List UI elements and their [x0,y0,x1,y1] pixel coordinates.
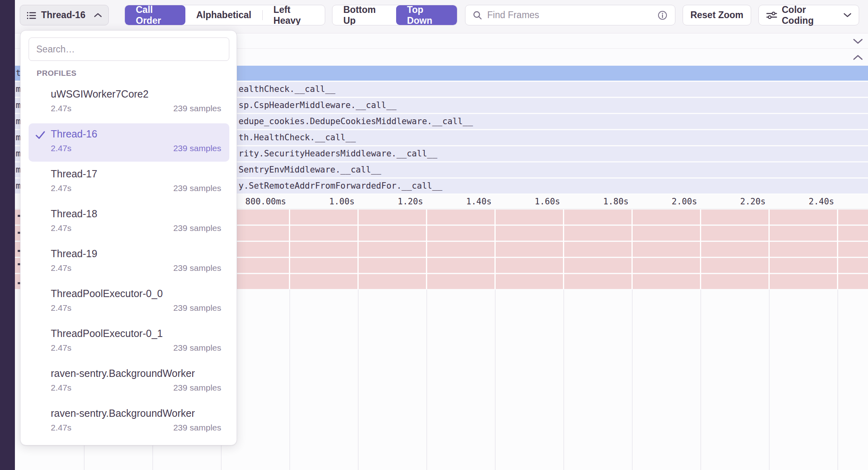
axis-tick-label: 1.40s [427,195,492,209]
sort-order-control: Call OrderAlphabeticalLeft Heavy [125,5,325,25]
profile-item-threadpoolexecutor-0-0[interactable]: ThreadPoolExecutor-0_02.47s239 samples [29,283,229,321]
profile-name: raven-sentry.BackgroundWorker [51,408,195,419]
profile-duration: 2.47s [51,423,71,433]
profile-sample-count: 239 samples [173,343,221,353]
frame-label: th.HealthCheck.__call__ [239,130,356,145]
profile-item-raven-sentry-backgroundworker[interactable]: raven-sentry.BackgroundWorker2.47s239 sa… [29,363,229,401]
gridline-over-rows [837,209,838,289]
frame-label: SentryEnvMiddleware.__call__ [239,162,381,177]
profile-sample-count: 239 samples [173,303,221,313]
axis-tick-label: 1.80s [564,195,629,209]
profile-name: Thread-18 [51,208,97,220]
profile-item-thread-19[interactable]: Thread-192.47s239 samples [29,243,229,281]
gridline [426,289,427,470]
checkmark-icon [35,130,46,140]
gridline-over-rows [426,209,427,289]
profile-name: Thread-17 [51,168,97,180]
profile-name: Thread-19 [51,248,97,260]
reset-zoom-button[interactable]: Reset Zoom [683,5,751,25]
color-coding-label: Color Coding [782,4,839,26]
gridline [700,289,701,470]
profile-sample-count: 239 samples [173,183,221,193]
frame-label: sp.CspHeaderMiddleware.__call__ [239,98,397,113]
profile-name: ThreadPoolExecutor-0_0 [51,288,163,299]
profile-item-thread-16[interactable]: Thread-162.47s239 samples [29,123,229,162]
profile-sample-count: 239 samples [173,104,221,113]
chevron-down-icon [843,12,851,18]
profile-item-thread-18[interactable]: Thread-182.47s239 samples [29,203,229,241]
profile-item-threadpoolexecutor-0-1[interactable]: ThreadPoolExecutor-0_12.47s239 samples [29,323,229,361]
seg-option-alphabetical[interactable]: Alphabetical [185,5,262,25]
seg-option-call-order[interactable]: Call Order [125,5,185,25]
seg-option-left-heavy[interactable]: Left Heavy [263,5,325,25]
frame-label: y.SetRemoteAddrFromForwardedFor.__call__ [239,179,442,193]
search-icon [473,10,482,20]
profile-sample-count: 239 samples [173,383,221,393]
profile-item-uwsgiworker7core2[interactable]: uWSGIWorker7Core22.47s239 samples [29,83,229,122]
profile-duration: 2.47s [51,383,71,393]
gridline-over-rows [700,209,701,289]
axis-tick-label: 2.40s [770,195,834,209]
color-coding-button[interactable]: Color Coding [758,5,859,25]
gridline [563,289,564,470]
find-frames-input[interactable] [487,10,652,21]
gridline-over-rows [357,209,359,289]
profile-sample-count: 239 samples [173,143,221,153]
profile-duration: 2.47s [51,343,71,353]
thread-selector-button[interactable]: Thread-16 [20,5,109,25]
frame-label: ealthCheck.__call__ [239,82,335,97]
profile-name: raven-sentry.BackgroundWorker [51,368,195,379]
profile-sample-count: 239 samples [173,263,221,273]
profile-duration: 2.47s [51,303,71,313]
axis-tick-label: 1.60s [496,195,560,209]
chevron-up-icon [94,12,102,18]
profile-selector-dropdown: PROFILES uWSGIWorker7Core22.47s239 sampl… [20,30,237,445]
gridline [632,289,633,470]
profiling-toolbar: Thread-16 Call OrderAlphabeticalLeft Hea… [15,0,868,33]
profile-duration: 2.47s [51,143,71,153]
axis-tick-label: 1.20s [359,195,423,209]
gridline [289,289,290,470]
profile-duration: 2.47s [51,263,71,273]
profile-name: Thread-16 [51,128,97,140]
profile-item-thread-17[interactable]: Thread-172.47s239 samples [29,163,229,202]
frame-label: rity.SecurityHeadersMiddleware.__call__ [239,146,437,161]
sliders-icon [766,11,777,20]
axis-tick-label: 1.00s [290,195,355,209]
profile-sample-count: 239 samples [173,223,221,233]
list-icon [27,11,36,20]
dropdown-search-input[interactable] [36,44,222,55]
gridline [495,289,496,470]
gridline-over-rows [768,209,770,289]
chevron-down-icon[interactable] [853,38,863,44]
profile-duration: 2.47s [51,183,71,193]
gridline [769,289,770,470]
profile-duration: 2.47s [51,223,71,233]
axis-tick-label: 2.20s [701,195,766,209]
profile-duration: 2.47s [51,104,71,113]
thread-selector-label: Thread-16 [41,10,89,21]
gridline [358,289,359,470]
profile-sample-count: 239 samples [173,423,221,433]
profile-name: ThreadPoolExecutor-0_1 [51,328,163,339]
find-frames-field[interactable] [465,5,675,25]
seg-option-bottom-up[interactable]: Bottom Up [332,5,396,25]
reset-zoom-label: Reset Zoom [690,10,743,21]
profile-name: uWSGIWorker7Core2 [51,88,149,100]
seg-option-top-down[interactable]: Top Down [396,5,457,25]
axis-tick-label: 2.00s [633,195,697,209]
frame-label: edupe_cookies.DedupeCookiesMiddleware.__… [239,114,473,129]
gridline-over-rows [631,209,633,289]
chevron-up-icon[interactable] [853,54,863,61]
gridline-over-rows [563,209,564,289]
gridline-over-rows [494,209,496,289]
gridline-over-rows [289,209,290,289]
direction-control: Bottom UpTop Down [332,5,457,25]
profiles-section-label: PROFILES [37,69,77,78]
info-icon[interactable] [657,10,668,21]
gridline [837,289,838,470]
profile-item-raven-sentry-backgroundworker[interactable]: raven-sentry.BackgroundWorker2.47s239 sa… [29,403,229,441]
dropdown-search-field[interactable] [29,37,229,61]
app-sidebar-strip [0,0,15,470]
